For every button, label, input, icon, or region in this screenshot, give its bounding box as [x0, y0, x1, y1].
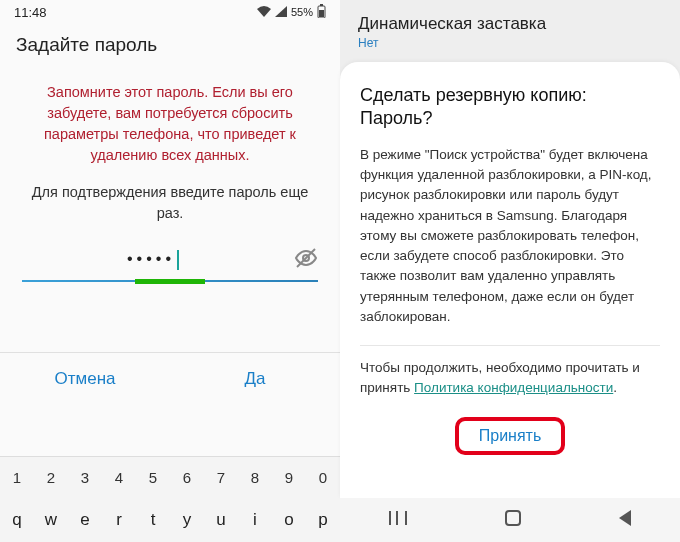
battery-percent: 55%	[291, 6, 313, 18]
keyboard-row-numbers: 1 2 3 4 5 6 7 8 9 0	[0, 457, 340, 498]
input-underline	[0, 280, 340, 282]
key-t[interactable]: t	[136, 498, 170, 542]
accept-wrap: Принять	[360, 417, 660, 455]
key-5[interactable]: 5	[136, 457, 170, 498]
key-u[interactable]: u	[204, 498, 238, 542]
dialog-buttons: Отмена Да	[0, 352, 340, 405]
wifi-icon	[257, 6, 271, 19]
screen-backup-dialog: Динамическая заставка Нет Сделать резерв…	[340, 0, 680, 542]
key-9[interactable]: 9	[272, 457, 306, 498]
sheet-footer: Чтобы продолжить, необходимо прочитать и…	[360, 358, 660, 399]
svg-rect-2	[319, 10, 324, 17]
screen-set-password: 11:48 55% Задайте пароль Запомните этот …	[0, 0, 340, 542]
footer-suffix: .	[613, 380, 617, 395]
key-7[interactable]: 7	[204, 457, 238, 498]
password-mask: •••••	[127, 250, 175, 267]
instruction-text: Для подтверждения введите пароль еще раз…	[0, 176, 340, 234]
key-e[interactable]: e	[68, 498, 102, 542]
nav-recents-icon[interactable]	[389, 511, 407, 529]
nav-home-icon[interactable]	[505, 510, 521, 530]
status-bar: 11:48 55%	[0, 0, 340, 24]
sheet-title: Сделать резервную копию: Пароль?	[360, 84, 660, 131]
key-6[interactable]: 6	[170, 457, 204, 498]
warning-text: Запомните этот пароль. Если вы его забуд…	[0, 64, 340, 176]
ok-button[interactable]: Да	[170, 353, 340, 405]
background-setting-title: Динамическая заставка	[358, 14, 662, 34]
divider	[360, 345, 660, 346]
signal-icon	[275, 6, 287, 19]
key-w[interactable]: w	[34, 498, 68, 542]
key-3[interactable]: 3	[68, 457, 102, 498]
cancel-button[interactable]: Отмена	[0, 353, 170, 405]
highlight-marker	[135, 279, 205, 284]
key-8[interactable]: 8	[238, 457, 272, 498]
key-4[interactable]: 4	[102, 457, 136, 498]
keyboard: 1 2 3 4 5 6 7 8 9 0 q w e r t y u i o p	[0, 456, 340, 542]
page-title: Задайте пароль	[0, 24, 340, 64]
key-2[interactable]: 2	[34, 457, 68, 498]
key-o[interactable]: o	[272, 498, 306, 542]
battery-icon	[317, 4, 326, 20]
background-setting-value: Нет	[358, 36, 662, 50]
nav-back-icon[interactable]	[619, 510, 631, 530]
bottom-sheet: Сделать резервную копию: Пароль? В режим…	[340, 62, 680, 498]
privacy-policy-link[interactable]: Политика конфиденциальности	[414, 380, 613, 395]
key-i[interactable]: i	[238, 498, 272, 542]
nav-bar	[340, 498, 680, 542]
text-caret	[177, 250, 179, 270]
status-time: 11:48	[14, 5, 47, 20]
svg-rect-1	[320, 4, 323, 6]
keyboard-row-qwerty: q w e r t y u i o p	[0, 498, 340, 542]
key-0[interactable]: 0	[306, 457, 340, 498]
key-q[interactable]: q	[0, 498, 34, 542]
toggle-visibility-icon[interactable]	[294, 246, 318, 274]
accept-button[interactable]: Принять	[455, 417, 566, 455]
password-input[interactable]: •••••	[22, 250, 284, 270]
key-1[interactable]: 1	[0, 457, 34, 498]
key-r[interactable]: r	[102, 498, 136, 542]
password-row: •••••	[0, 234, 340, 280]
background-setting[interactable]: Динамическая заставка Нет	[340, 0, 680, 56]
sheet-body: В режиме "Поиск устройства" будет включе…	[360, 145, 660, 327]
key-p[interactable]: p	[306, 498, 340, 542]
key-y[interactable]: y	[170, 498, 204, 542]
status-icons: 55%	[257, 4, 326, 20]
